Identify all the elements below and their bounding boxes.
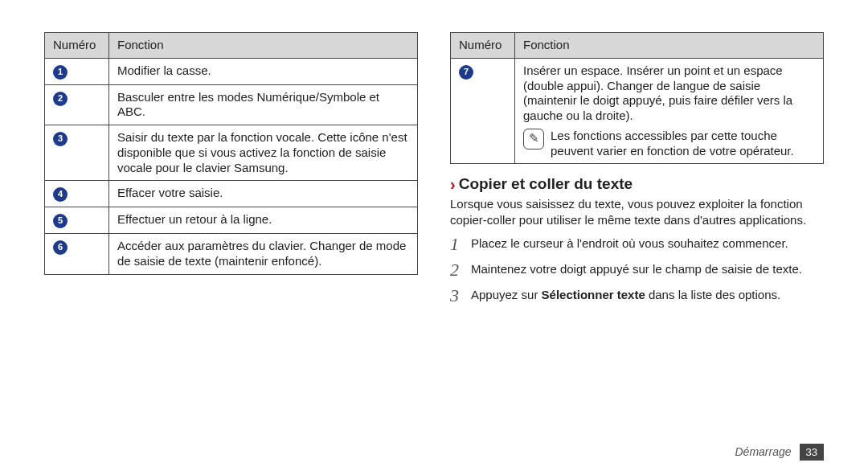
number-badge-icon: 6 [53, 240, 68, 255]
left-column: Numéro Fonction 1 Modifier la casse. 2 B… [44, 32, 418, 432]
page-footer: Démarrage 33 [0, 432, 868, 471]
right-function-table: Numéro Fonction 7 Insérer un espace. Ins… [450, 32, 824, 164]
row7-main-text: Insérer un espace. Insérer un point et u… [523, 63, 792, 122]
right-table-header-func: Fonction [515, 33, 824, 59]
step-text: Appuyez sur Sélectionner texte dans la l… [471, 287, 780, 305]
list-item: 2 Maintenez votre doigt appuyé sur le ch… [450, 261, 824, 279]
number-badge-icon: 3 [53, 132, 68, 146]
chevron-right-icon: › [450, 176, 456, 192]
function-cell: Accéder aux paramètres du clavier. Chang… [109, 234, 418, 275]
number-badge-icon: 2 [53, 92, 68, 106]
footer-chapter: Démarrage [735, 445, 792, 458]
step-text: Placez le curseur à l'endroit où vous so… [471, 236, 788, 253]
left-function-table: Numéro Fonction 1 Modifier la casse. 2 B… [44, 32, 418, 275]
number-badge-icon: 4 [53, 187, 68, 202]
step-number: 1 [450, 236, 465, 253]
table-row: 4 Effacer votre saisie. [45, 181, 418, 207]
section-heading-text: Copier et coller du texte [459, 175, 633, 193]
right-column: Numéro Fonction 7 Insérer un espace. Ins… [450, 32, 824, 432]
note-text: Les fonctions accessibles par cette touc… [551, 129, 815, 159]
number-badge-icon: 5 [53, 214, 68, 228]
right-table-header-num: Numéro [451, 33, 515, 59]
note-icon: ✎ [523, 129, 544, 149]
footer-page-number: 33 [800, 444, 824, 461]
table-row: 6 Accéder aux paramètres du clavier. Cha… [45, 234, 418, 275]
list-item: 3 Appuyez sur Sélectionner texte dans la… [450, 287, 824, 305]
function-cell: Saisir du texte par la fonction vocale. … [109, 125, 418, 181]
table-row: 1 Modifier la casse. [45, 58, 418, 84]
step-text: Maintenez votre doigt appuyé sur le cham… [471, 261, 802, 279]
step-number: 2 [450, 261, 465, 279]
function-cell: Modifier la casse. [109, 58, 418, 84]
list-item: 1 Placez le curseur à l'endroit où vous … [450, 236, 824, 253]
function-cell: Basculer entre les modes Numérique/Symbo… [109, 84, 418, 125]
table-row: 3 Saisir du texte par la fonction vocale… [45, 125, 418, 181]
function-cell: Insérer un espace. Insérer un point et u… [515, 58, 824, 164]
number-badge-icon: 1 [53, 65, 68, 80]
function-cell: Effacer votre saisie. [109, 181, 418, 207]
number-badge-icon: 7 [459, 65, 473, 80]
table-row: 2 Basculer entre les modes Numérique/Sym… [45, 84, 418, 125]
section-intro: Lorsque vous saisissez du texte, vous po… [450, 196, 824, 227]
step-number: 3 [450, 287, 465, 305]
note-block: ✎ Les fonctions accessibles par cette to… [523, 129, 815, 159]
section-heading: › Copier et coller du texte [450, 175, 824, 193]
left-table-header-num: Numéro [45, 33, 109, 59]
steps-list: 1 Placez le curseur à l'endroit où vous … [450, 236, 824, 305]
table-row: 5 Effectuer un retour à la ligne. [45, 207, 418, 234]
function-cell: Effectuer un retour à la ligne. [109, 207, 418, 234]
table-row: 7 Insérer un espace. Insérer un point et… [451, 58, 824, 164]
left-table-header-func: Fonction [109, 33, 418, 59]
